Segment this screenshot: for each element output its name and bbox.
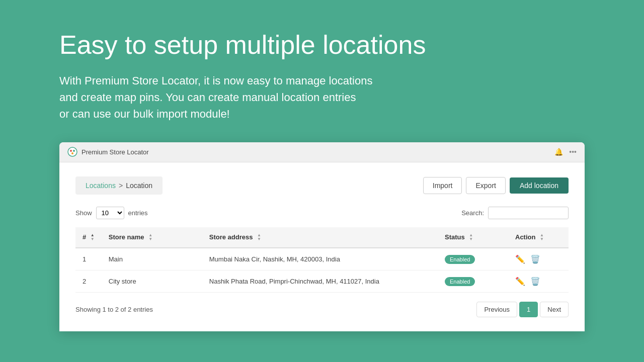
breadcrumb-separator: > xyxy=(119,182,123,190)
showing-text: Showing 1 to 2 of 2 entries xyxy=(75,306,153,313)
col-header-action[interactable]: Action ▲▼ xyxy=(508,227,569,248)
titlebar-left: Premium Store Locator xyxy=(67,147,149,157)
svg-point-3 xyxy=(71,152,73,154)
app-icon xyxy=(67,147,77,157)
edit-icon[interactable]: ✏️ xyxy=(515,277,525,286)
page-1-button[interactable]: 1 xyxy=(519,302,538,317)
prev-button[interactable]: Previous xyxy=(476,302,517,317)
titlebar: Premium Store Locator 🔔 ••• xyxy=(59,142,585,162)
titlebar-right: 🔔 ••• xyxy=(554,148,577,156)
app-content: Locations > Location Import Export Add l… xyxy=(59,162,585,332)
delete-icon[interactable]: 🗑️ xyxy=(530,254,540,264)
action-icons: ✏️ 🗑️ xyxy=(515,254,561,264)
breadcrumb-current: Location xyxy=(126,182,152,190)
cell-store-address: Nashik Phata Road, Pimpri-Chinchwad, MH,… xyxy=(202,270,438,293)
hero-title: Easy to setup multiple locations xyxy=(59,30,585,60)
svg-point-2 xyxy=(73,150,75,152)
table-controls: Show 10 25 50 100 entries Search: xyxy=(75,207,569,219)
cell-status: Enabled xyxy=(438,270,508,293)
next-button[interactable]: Next xyxy=(540,302,569,317)
svg-point-0 xyxy=(68,147,77,156)
col-header-store-address[interactable]: Store address ▲▼ xyxy=(202,227,438,248)
hero-section: Easy to setup multiple locations With Pr… xyxy=(0,0,644,142)
cell-num: 1 xyxy=(75,248,102,270)
cell-store-name: City store xyxy=(102,270,202,293)
app-window: Premium Store Locator 🔔 ••• Locations > … xyxy=(59,142,585,332)
status-badge: Enabled xyxy=(445,255,475,264)
cell-status: Enabled xyxy=(438,248,508,270)
svg-point-1 xyxy=(70,150,72,152)
delete-icon[interactable]: 🗑️ xyxy=(530,277,540,286)
import-button[interactable]: Import xyxy=(423,177,462,194)
edit-icon[interactable]: ✏️ xyxy=(515,254,525,264)
entries-label: entries xyxy=(128,209,148,217)
sort-icons-action: ▲▼ xyxy=(540,233,544,241)
show-label: Show xyxy=(75,209,92,217)
entries-select[interactable]: 10 25 50 100 xyxy=(96,207,124,219)
top-bar: Locations > Location Import Export Add l… xyxy=(75,176,569,195)
export-button[interactable]: Export xyxy=(466,177,505,194)
table-footer: Showing 1 to 2 of 2 entries Previous 1 N… xyxy=(75,302,569,317)
status-badge: Enabled xyxy=(445,277,475,286)
action-icons: ✏️ 🗑️ xyxy=(515,277,561,286)
breadcrumb-link[interactable]: Locations xyxy=(86,182,116,190)
search-box: Search: xyxy=(461,207,569,219)
hero-description: With Premium Store Locator, it is now ea… xyxy=(59,72,552,122)
data-table: # ▲ ▼ Store name ▲▼ Store address xyxy=(75,227,569,293)
sort-icons-store: ▲▼ xyxy=(148,233,152,241)
table-header-row: # ▲ ▼ Store name ▲▼ Store address xyxy=(75,227,569,248)
col-header-hash[interactable]: # ▲ ▼ xyxy=(75,227,102,248)
cell-store-name: Main xyxy=(102,248,202,270)
sort-icons-hash: ▲ ▼ xyxy=(91,233,95,241)
app-title: Premium Store Locator xyxy=(82,148,149,156)
search-input[interactable] xyxy=(488,207,569,219)
cell-action: ✏️ 🗑️ xyxy=(508,248,569,270)
search-label: Search: xyxy=(461,209,484,217)
action-buttons: Import Export Add location xyxy=(423,177,569,194)
cell-action: ✏️ 🗑️ xyxy=(508,270,569,293)
col-header-status[interactable]: Status ▲▼ xyxy=(438,227,508,248)
col-header-store-name[interactable]: Store name ▲▼ xyxy=(102,227,202,248)
table-row: 2 City store Nashik Phata Road, Pimpri-C… xyxy=(75,270,569,293)
table-row: 1 Main Mumbai Naka Cir, Nashik, MH, 4200… xyxy=(75,248,569,270)
bell-icon[interactable]: 🔔 xyxy=(554,148,563,156)
sort-icons-address: ▲▼ xyxy=(257,233,261,241)
add-location-button[interactable]: Add location xyxy=(510,177,569,194)
show-entries: Show 10 25 50 100 entries xyxy=(75,207,148,219)
sort-icons-status: ▲▼ xyxy=(469,233,473,241)
breadcrumb: Locations > Location xyxy=(75,176,163,195)
cell-num: 2 xyxy=(75,270,102,293)
more-icon[interactable]: ••• xyxy=(569,148,577,156)
pagination: Previous 1 Next xyxy=(476,302,569,317)
cell-store-address: Mumbai Naka Cir, Nashik, MH, 420003, Ind… xyxy=(202,248,438,270)
